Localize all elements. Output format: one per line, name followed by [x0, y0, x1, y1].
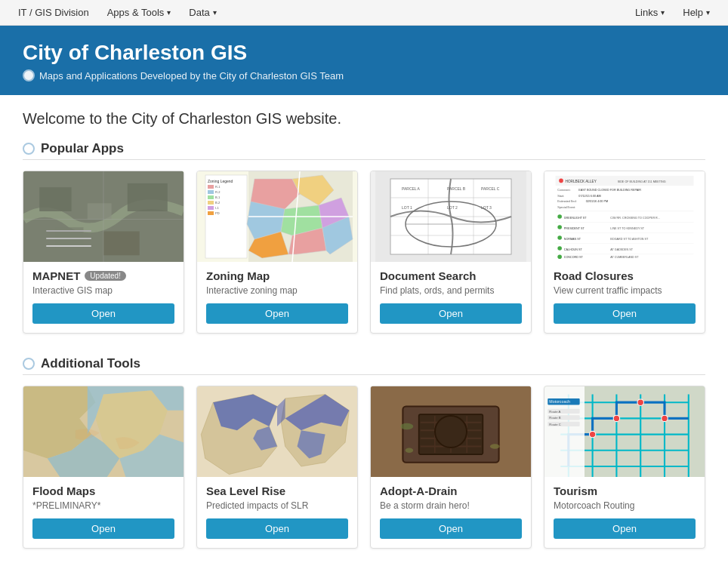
svg-point-115 [662, 415, 668, 421]
svg-point-78 [557, 254, 562, 259]
card-flood: Flood Maps *PRELIMINARY* Open [23, 386, 184, 549]
card-slr-thumb [197, 386, 357, 477]
card-docs-open-button[interactable]: Open [380, 303, 522, 324]
svg-point-112 [589, 431, 595, 437]
card-slr-body: Sea Level Rise Predicted impacts of SLR … [197, 477, 357, 548]
svg-text:PARCEL C: PARCEL C [481, 186, 500, 191]
card-mapnet-open-button[interactable]: Open [32, 303, 174, 324]
svg-text:R-2: R-2 [215, 190, 221, 194]
card-zoning-desc: Interactive zoning map [206, 285, 348, 296]
svg-text:Start:: Start: [557, 195, 564, 198]
card-slr-desc: Predicted impacts of SLR [206, 500, 348, 511]
svg-text:NORMAN ST: NORMAN ST [564, 238, 581, 241]
popular-globe-icon [23, 143, 35, 155]
card-drain-desc: Be a storm drain hero! [380, 500, 522, 511]
svg-rect-17 [208, 201, 214, 205]
svg-rect-13 [208, 190, 214, 194]
card-slr-open-button[interactable]: Open [206, 518, 348, 539]
nav-it-gis[interactable]: IT / GIS Division [9, 2, 98, 23]
svg-text:CALHOUN ST: CALHOUN ST [564, 248, 583, 251]
card-flood-title: Flood Maps [32, 484, 95, 497]
hero-subtitle: Maps and Applications Developed by the C… [23, 69, 705, 82]
card-zoning-body: Zoning Map Interactive zoning map Open [197, 262, 357, 333]
drain-svg [371, 386, 531, 477]
card-drain-open-button[interactable]: Open [380, 518, 522, 539]
svg-point-95 [400, 423, 413, 429]
svg-rect-21 [208, 211, 214, 215]
svg-text:Route C: Route C [549, 423, 560, 426]
svg-text:LINE ST TO KENNEDY ST: LINE ST TO KENNEDY ST [610, 227, 645, 230]
svg-point-66 [557, 225, 562, 229]
mapnet-svg [23, 171, 184, 262]
card-tourism-title: Tourism [554, 484, 597, 497]
svg-text:Comment:: Comment: [557, 189, 570, 192]
card-tourism-thumb: Motorcoach Route A Route B Route C [544, 386, 705, 477]
card-road-title: Road Closures [554, 269, 634, 282]
card-road-title-row: Road Closures [554, 269, 696, 282]
svg-text:EAST BOUND CLOSED FOR BUILDING: EAST BOUND CLOSED FOR BUILDING REPAIR [578, 189, 641, 192]
nav-right: Links ▾ Help ▾ [626, 2, 719, 23]
slr-svg [197, 386, 357, 477]
zoning-thumbnail: Zoning Legend R-1 R-2 B-1 B-2 I-1 PD [197, 171, 357, 262]
nav-links-caret: ▾ [661, 8, 665, 17]
svg-text:SIDE OF BUILDING AT 151 MEETIN: SIDE OF BUILDING AT 151 MEETING [618, 180, 666, 183]
svg-text:LOT 2: LOT 2 [447, 205, 458, 210]
drain-thumbnail [371, 386, 531, 477]
card-road-open-button[interactable]: Open [554, 303, 696, 324]
card-docs-desc: Find plats, ords, and permits [380, 285, 522, 296]
svg-point-74 [557, 246, 562, 251]
svg-text:CONCORD ST: CONCORD ST [564, 256, 584, 259]
mapnet-thumbnail [23, 171, 184, 262]
card-docs-title: Document Search [380, 269, 477, 282]
hero-title: City of Charleston GIS [23, 41, 705, 65]
svg-point-62 [557, 214, 562, 219]
zoning-svg: Zoning Legend R-1 R-2 B-1 B-2 I-1 PD [197, 171, 357, 262]
svg-point-70 [557, 235, 562, 240]
svg-text:PARCEL B: PARCEL B [447, 186, 466, 191]
nav-help-label: Help [683, 7, 703, 18]
svg-rect-3 [128, 183, 168, 211]
svg-point-96 [490, 444, 500, 448]
card-road-thumb: HORLBECK ALLEY SIDE OF BUILDING AT 151 M… [544, 171, 705, 262]
svg-text:C/W RR. CROSSING TO COOPER R..: C/W RR. CROSSING TO COOPER R... [610, 217, 660, 220]
card-slr-title-row: Sea Level Rise [206, 484, 348, 497]
card-docs: PARCEL A PARCEL B PARCEL C LOT 1 LOT 2 L… [370, 171, 532, 334]
card-mapnet-body: MAPNET Updated! Interactive GIS map Open [23, 262, 184, 333]
card-road: HORLBECK ALLEY SIDE OF BUILDING AT 151 M… [544, 171, 705, 334]
nav-links[interactable]: Links ▾ [626, 2, 674, 23]
nav-data-caret: ▾ [213, 8, 217, 17]
svg-rect-4 [55, 227, 83, 247]
nav-it-gis-label: IT / GIS Division [18, 7, 89, 18]
card-drain-title: Adopt-A-Drain [380, 484, 457, 497]
card-zoning-thumb: Zoning Legend R-1 R-2 B-1 B-2 I-1 PD [197, 171, 357, 262]
welcome-heading: Welcome to the City of Charleston GIS we… [23, 110, 705, 128]
top-nav: IT / GIS Division Apps & Tools ▾ Data ▾ … [0, 0, 728, 26]
card-tourism-title-row: Tourism [554, 484, 696, 497]
svg-point-97 [406, 448, 414, 453]
tourism-thumbnail: Motorcoach Route A Route B Route C [544, 386, 705, 477]
svg-text:07/12/15 6:00 AM: 07/12/15 6:00 AM [578, 195, 600, 198]
svg-rect-5 [103, 231, 140, 255]
card-docs-body: Document Search Find plats, ords, and pe… [371, 262, 531, 333]
nav-apps-tools-label: Apps & Tools [107, 7, 165, 18]
svg-text:B-1: B-1 [215, 195, 221, 199]
card-zoning-open-button[interactable]: Open [206, 303, 348, 324]
nav-apps-tools-caret: ▾ [167, 8, 171, 17]
card-road-desc: View current traffic impacts [554, 285, 696, 296]
card-mapnet-desc: Interactive GIS map [32, 285, 174, 296]
nav-help[interactable]: Help ▾ [674, 2, 719, 23]
svg-text:B-2: B-2 [215, 201, 221, 205]
nav-apps-tools[interactable]: Apps & Tools ▾ [98, 2, 180, 23]
card-mapnet-thumb [23, 171, 184, 262]
card-road-body: Road Closures View current traffic impac… [544, 262, 705, 333]
nav-data[interactable]: Data ▾ [180, 2, 225, 23]
svg-rect-2 [88, 203, 112, 219]
card-docs-title-row: Document Search [380, 269, 522, 282]
svg-text:PARCEL A: PARCEL A [402, 186, 421, 191]
nav-data-label: Data [189, 7, 209, 18]
card-zoning-title: Zoning Map [206, 269, 270, 282]
svg-text:I-1: I-1 [215, 206, 219, 210]
nav-left: IT / GIS Division Apps & Tools ▾ Data ▾ [9, 2, 226, 23]
card-tourism-open-button[interactable]: Open [554, 518, 696, 539]
card-flood-open-button[interactable]: Open [32, 518, 174, 539]
